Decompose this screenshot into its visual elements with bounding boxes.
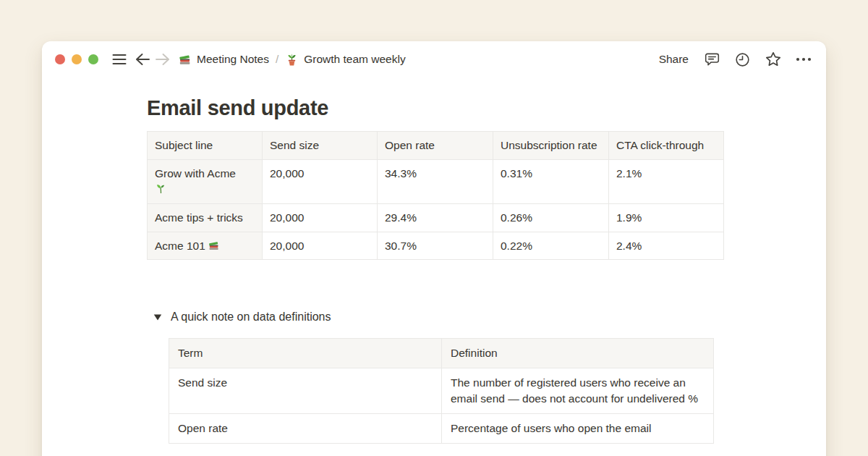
share-button[interactable]: Share [656, 51, 692, 67]
toggle-collapse-button[interactable] [148, 308, 167, 326]
table-row: Acme 101 20,000 30.7% 0.22% 2. [148, 232, 724, 260]
breadcrumb: Meeting Notes / Growth team weekly [178, 53, 406, 67]
header-cell-unsubscription-rate[interactable]: Unsubscription rate [493, 132, 609, 160]
app-window: Meeting Notes / Growth team weekly [42, 41, 826, 456]
cell-definition[interactable]: The number of registered users who recei… [442, 368, 714, 414]
cell-unsubscription-rate[interactable]: 0.26% [493, 204, 609, 232]
forward-button[interactable] [153, 50, 172, 69]
definitions-table: Term Definition Send size The number of … [169, 338, 714, 444]
comments-button[interactable] [702, 50, 722, 69]
window-controls [55, 54, 98, 64]
cell-term[interactable]: Open rate [169, 414, 442, 444]
breadcrumb-label: Growth team weekly [304, 53, 405, 66]
cell-send-size[interactable]: 20,000 [263, 232, 378, 260]
header-cell-open-rate[interactable]: Open rate [378, 132, 493, 160]
toggle-block: A quick note on data definitions [148, 308, 826, 326]
books-icon [178, 53, 192, 67]
favorite-button[interactable] [763, 50, 783, 69]
cell-unsubscription-rate[interactable]: 0.31% [493, 159, 609, 204]
zoom-window-button[interactable] [88, 54, 98, 64]
more-options-button[interactable] [793, 50, 813, 69]
breadcrumb-separator: / [275, 53, 279, 66]
back-button[interactable] [133, 50, 153, 69]
cell-send-size[interactable]: 20,000 [263, 204, 378, 232]
table-row: Send size The number of registered users… [169, 368, 714, 414]
star-icon [765, 51, 782, 68]
breadcrumb-item-growth-team-weekly[interactable]: Growth team weekly [285, 53, 405, 67]
cell-open-rate[interactable]: 30.7% [378, 232, 493, 260]
header-cell-subject-line[interactable]: Subject line [148, 132, 263, 160]
arrow-right-icon [155, 53, 170, 66]
cell-subject[interactable]: Acme 101 [148, 232, 263, 260]
cell-subject[interactable]: Acme tips + tricks [148, 204, 263, 232]
comment-icon [704, 51, 720, 67]
toggle-label[interactable]: A quick note on data definitions [171, 308, 331, 326]
topbar: Meeting Notes / Growth team weekly [42, 41, 826, 77]
history-clock-icon [734, 51, 751, 68]
table-header-row: Subject line Send size Open rate Unsubsc… [148, 132, 724, 160]
cell-term[interactable]: Send size [169, 368, 442, 414]
header-cell-send-size[interactable]: Send size [263, 132, 378, 160]
hamburger-icon [112, 54, 127, 65]
cell-cta-click-through[interactable]: 2.4% [609, 232, 724, 260]
table-row: Grow with Acme 20,000 34.3% 0.31% 2.1% [148, 159, 724, 204]
header-cell-term[interactable]: Term [169, 339, 442, 368]
topbar-actions: Share [656, 50, 813, 69]
cell-subject[interactable]: Grow with Acme [148, 159, 263, 204]
cell-open-rate[interactable]: 29.4% [378, 204, 493, 232]
cell-unsubscription-rate[interactable]: 0.22% [493, 232, 609, 260]
cell-cta-click-through[interactable]: 2.1% [609, 159, 724, 204]
arrow-left-icon [135, 53, 150, 66]
more-ellipsis-icon [796, 57, 812, 62]
cell-send-size[interactable]: 20,000 [263, 159, 378, 204]
table-row: Acme tips + tricks 20,000 29.4% 0.26% 1.… [148, 204, 724, 232]
seedling-icon [155, 182, 255, 198]
header-cell-cta-click-through[interactable]: CTA click-through [609, 132, 724, 160]
cell-definition[interactable]: Percentage of users who open the email [442, 414, 714, 444]
table-header-row: Term Definition [169, 339, 714, 368]
table-row: Open rate Percentage of users who open t… [169, 414, 714, 444]
books-icon [208, 240, 220, 252]
sidebar-menu-button[interactable] [109, 50, 129, 69]
triangle-down-icon [153, 313, 162, 321]
email-metrics-table: Subject line Send size Open rate Unsubsc… [147, 131, 724, 260]
minimize-window-button[interactable] [72, 54, 82, 64]
breadcrumb-item-meeting-notes[interactable]: Meeting Notes [178, 53, 269, 67]
history-button[interactable] [733, 50, 752, 69]
potted-plant-icon [285, 53, 299, 67]
page-title[interactable]: Email send update [147, 95, 826, 121]
cell-cta-click-through[interactable]: 1.9% [609, 204, 724, 232]
breadcrumb-label: Meeting Notes [197, 53, 269, 66]
cell-open-rate[interactable]: 34.3% [378, 159, 493, 204]
close-window-button[interactable] [55, 54, 65, 64]
header-cell-definition[interactable]: Definition [442, 339, 714, 368]
document-body: Email send update Subject line Send size… [42, 95, 826, 444]
